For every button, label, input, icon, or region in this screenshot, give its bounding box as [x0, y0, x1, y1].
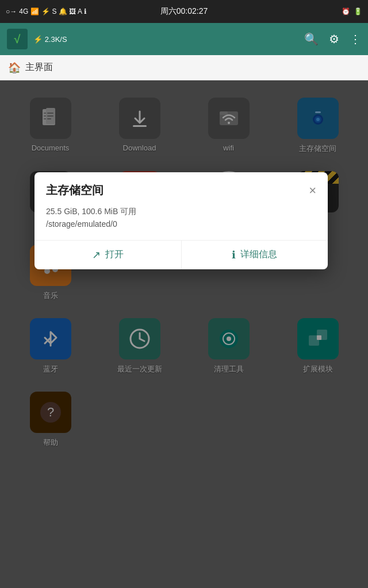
- dialog-close-button[interactable]: ×: [309, 184, 316, 197]
- status-icons: ⚡ S 🔔 🖼 A ℹ: [41, 7, 86, 16]
- search-icon[interactable]: 🔍: [304, 32, 319, 46]
- battery-icon: 🔋: [354, 7, 362, 16]
- detail-label: 详细信息: [240, 249, 277, 261]
- dialog-header: 主存储空间 ×: [34, 172, 328, 203]
- app-logo: √: [7, 29, 28, 49]
- settings-icon[interactable]: ⚙: [329, 32, 339, 46]
- main-area: Documents Download wifi: [0, 80, 368, 588]
- network-type: 4G: [19, 7, 28, 16]
- dialog-info: 25.5 GiB, 100.6 MiB 可用 /storage/emulated…: [46, 205, 316, 231]
- info-icon: ℹ: [232, 249, 236, 261]
- breadcrumb-text: 主界面: [25, 61, 53, 74]
- status-right: ⏰ 🔋: [342, 7, 362, 16]
- dialog-open-button[interactable]: ↗ 打开: [34, 241, 182, 269]
- dialog-overlay: [0, 80, 368, 588]
- dialog-storage-path: /storage/emulated/0: [46, 218, 316, 230]
- app-bar-actions: 🔍 ⚙ ⋮: [304, 32, 361, 46]
- status-left: ○→ 4G 📶 ⚡ S 🔔 🖼 A ℹ: [6, 7, 87, 16]
- status-bar: ○→ 4G 📶 ⚡ S 🔔 🖼 A ℹ 周六00:02:27 ⏰ 🔋: [0, 0, 368, 23]
- dialog-actions: ↗ 打开 ℹ 详细信息: [34, 240, 328, 269]
- dialog-body: 25.5 GiB, 100.6 MiB 可用 /storage/emulated…: [34, 203, 328, 240]
- signal-bars: 📶: [30, 7, 39, 16]
- open-icon: ↗: [92, 249, 101, 261]
- more-icon[interactable]: ⋮: [350, 32, 361, 46]
- dialog-storage-size: 25.5 GiB, 100.6 MiB 可用: [46, 205, 316, 218]
- status-time: 周六00:02:27: [160, 6, 208, 17]
- dialog-detail-button[interactable]: ℹ 详细信息: [182, 241, 328, 269]
- app-speed: ⚡ 2.3K/S: [33, 35, 298, 44]
- open-label: 打开: [105, 249, 124, 261]
- dialog-title: 主存储空间: [46, 183, 103, 198]
- app-bar: √ ⚡ 2.3K/S 🔍 ⚙ ⋮: [0, 23, 368, 55]
- signal-icon: ○→: [6, 7, 17, 16]
- breadcrumb: 🏠 主界面: [0, 55, 368, 80]
- storage-dialog: 主存储空间 × 25.5 GiB, 100.6 MiB 可用 /storage/…: [34, 172, 328, 269]
- alarm-icon: ⏰: [342, 7, 350, 16]
- home-icon: 🏠: [8, 61, 21, 74]
